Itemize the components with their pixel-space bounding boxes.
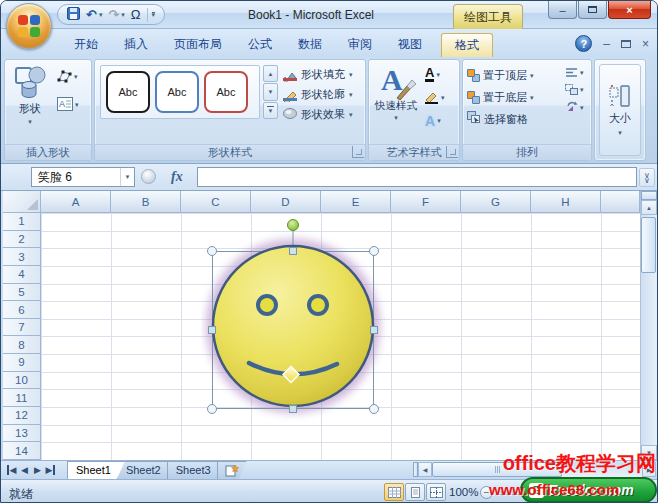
row-header-12[interactable]: 12	[3, 407, 41, 425]
handle-top-right[interactable]	[370, 247, 379, 256]
tab-page-layout[interactable]: 页面布局	[161, 33, 235, 57]
vertical-scroll-track[interactable]	[641, 215, 657, 445]
workbook-close-button[interactable]: ×	[642, 38, 649, 50]
align-button[interactable]: ▾	[565, 67, 584, 78]
formula-input[interactable]	[197, 167, 637, 187]
normal-view-button[interactable]	[384, 483, 404, 501]
smiley-face[interactable]	[213, 246, 373, 406]
shape-effects-button[interactable]: 形状效果 ▾	[283, 106, 353, 122]
row-header-14[interactable]: 14	[3, 442, 41, 460]
workbook-restore-button[interactable]	[621, 40, 631, 48]
help-button[interactable]: ?	[575, 35, 592, 52]
bring-to-front-button[interactable]: 置于顶层 ▾	[467, 67, 534, 83]
row-header-8[interactable]: 8	[3, 336, 41, 354]
tab-insert[interactable]: 插入	[111, 33, 161, 57]
row-header-9[interactable]: 9	[3, 354, 41, 372]
redo-dropdown-icon[interactable]: ▾	[121, 11, 125, 19]
row-header-7[interactable]: 7	[3, 319, 41, 337]
sheet-tab-sheet3[interactable]: Sheet3	[167, 461, 225, 479]
text-effects-button[interactable]: A ▾	[425, 112, 445, 129]
vertical-split-box[interactable]	[641, 191, 657, 200]
sheet-tab-sheet2[interactable]: Sheet2	[117, 461, 175, 479]
row-header-10[interactable]: 10	[3, 372, 41, 390]
handle-bottom-middle[interactable]	[290, 406, 297, 413]
scroll-up-button[interactable]: ▲	[641, 200, 657, 215]
text-box-button[interactable]: A ▾	[57, 97, 79, 111]
tab-data[interactable]: 数据	[285, 33, 335, 57]
name-box[interactable]: 笑脸 6 ▼	[31, 167, 135, 187]
workbook-minimize-button[interactable]: –	[603, 38, 610, 50]
column-header-e[interactable]: E	[321, 191, 391, 213]
expand-formula-bar-button[interactable]: ∨ ∨	[639, 168, 655, 187]
office-button[interactable]	[6, 3, 52, 49]
row-header-5[interactable]: 5	[3, 284, 41, 302]
name-box-dropdown[interactable]: ▼	[120, 168, 134, 186]
vertical-scrollbar[interactable]: ▲ ▼	[640, 191, 657, 460]
first-sheet-button[interactable]: ◀	[5, 465, 18, 475]
rotate-button[interactable]: ▾	[565, 101, 584, 113]
shapes-button[interactable]: 形状 ▾	[10, 65, 50, 147]
symbol-omega-button[interactable]: Ω	[131, 8, 141, 21]
insert-function-button[interactable]: fx	[171, 169, 183, 185]
undo-button[interactable]: ↶ ▾	[86, 8, 102, 21]
row-header-11[interactable]: 11	[3, 389, 41, 407]
tab-review[interactable]: 审阅	[335, 33, 385, 57]
text-outline-button[interactable]: ▾	[425, 89, 445, 106]
tab-view[interactable]: 视图	[385, 33, 435, 57]
insert-worksheet-button[interactable]	[217, 461, 247, 479]
handle-bottom-right[interactable]	[370, 405, 379, 414]
column-header-c[interactable]: C	[181, 191, 251, 213]
shape-outline-button[interactable]: 形状轮廓 ▾	[283, 86, 353, 102]
last-sheet-button[interactable]: ▶	[44, 465, 57, 475]
row-header-3[interactable]: 3	[3, 248, 41, 266]
row-header-2[interactable]: 2	[3, 231, 41, 249]
column-header-a[interactable]: A	[41, 191, 111, 213]
wordart-styles-dialog-launcher[interactable]	[446, 146, 458, 158]
restore-button[interactable]	[578, 1, 607, 19]
column-header-h[interactable]: H	[531, 191, 601, 213]
shape-style-thumb-1[interactable]: Abc	[106, 71, 150, 113]
column-header-f[interactable]: F	[391, 191, 461, 213]
gallery-down-button[interactable]: ▼	[263, 83, 278, 100]
shape-fill-button[interactable]: 形状填充 ▾	[283, 66, 353, 82]
group-objects-button[interactable]: ▾	[565, 84, 584, 95]
gallery-up-button[interactable]: ▲	[263, 65, 278, 82]
column-header-partial[interactable]	[601, 191, 640, 213]
handle-left-middle[interactable]	[209, 327, 216, 334]
next-sheet-button[interactable]: ▶	[31, 465, 44, 475]
tab-formulas[interactable]: 公式	[235, 33, 285, 57]
selection-pane-button[interactable]: 选择窗格	[467, 111, 534, 127]
shape-style-thumb-3[interactable]: Abc	[204, 71, 248, 113]
column-header-d[interactable]: D	[251, 191, 321, 213]
size-button[interactable]: 大小 ▾	[599, 64, 641, 156]
undo-dropdown-icon[interactable]: ▾	[99, 11, 103, 19]
vertical-scroll-thumb[interactable]	[641, 217, 656, 273]
shape-styles-dialog-launcher[interactable]	[352, 146, 364, 158]
page-layout-view-button[interactable]	[405, 483, 425, 501]
tab-home[interactable]: 开始	[61, 33, 111, 57]
handle-top-middle[interactable]	[290, 248, 297, 255]
column-header-b[interactable]: B	[111, 191, 181, 213]
row-header-6[interactable]: 6	[3, 301, 41, 319]
quick-styles-button[interactable]: A 快速样式 ▾	[373, 64, 419, 148]
minimize-button[interactable]: –	[548, 1, 577, 19]
shape-style-thumb-2[interactable]: Abc	[155, 71, 199, 113]
text-fill-button[interactable]: A ▾	[425, 66, 445, 83]
row-header-13[interactable]: 13	[3, 425, 41, 443]
row-header-4[interactable]: 4	[3, 266, 41, 284]
redo-button[interactable]: ↷ ▾	[108, 8, 124, 21]
close-button[interactable]: ×	[608, 1, 651, 19]
handle-bottom-left[interactable]	[208, 405, 217, 414]
handle-top-left[interactable]	[208, 247, 217, 256]
customize-qat-button[interactable]: ▾	[147, 8, 156, 22]
row-header-1[interactable]: 1	[3, 213, 41, 231]
zoom-level[interactable]: 100%	[449, 486, 478, 498]
page-break-preview-button[interactable]	[426, 483, 446, 501]
gallery-more-button[interactable]: ▼	[263, 102, 278, 119]
previous-sheet-button[interactable]: ◀	[18, 465, 31, 475]
send-to-back-button[interactable]: 置于底层 ▾	[467, 89, 534, 105]
edit-shape-button[interactable]: ▾	[57, 70, 79, 83]
column-header-g[interactable]: G	[461, 191, 531, 213]
rotation-handle[interactable]	[288, 220, 299, 231]
select-all-button[interactable]	[3, 191, 41, 213]
